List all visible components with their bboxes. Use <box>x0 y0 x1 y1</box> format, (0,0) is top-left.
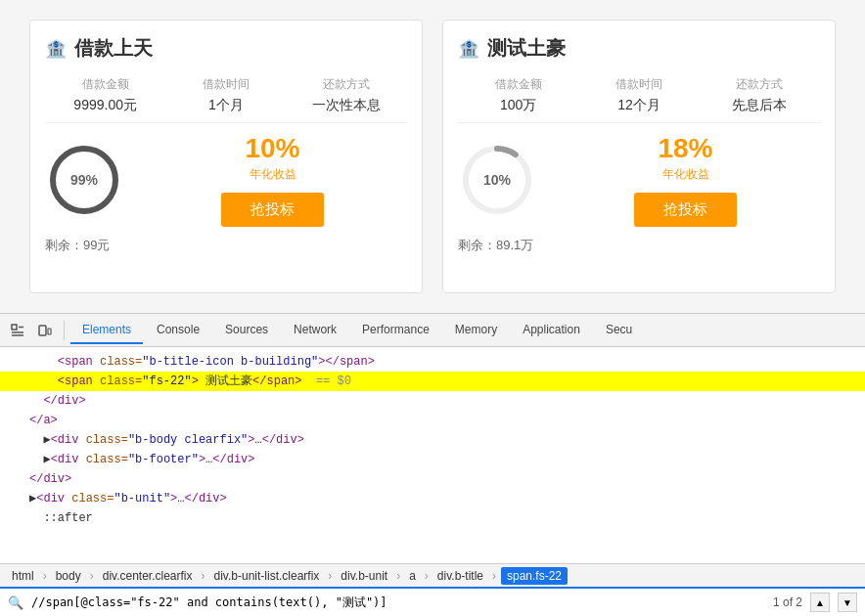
card-2-icon: 🏦 <box>458 38 479 60</box>
tab-security[interactable]: Secu <box>594 317 644 344</box>
device-toggle-btn[interactable] <box>32 318 58 343</box>
tab-sources[interactable]: Sources <box>213 317 280 344</box>
code-line-2-highlighted[interactable]: <span class="fs-22"> 测试土豪</span> == $0 <box>0 372 865 391</box>
tab-memory[interactable]: Memory <box>443 317 509 344</box>
search-prev-btn[interactable]: ▲ <box>810 593 830 612</box>
card-2-circle: 10% <box>458 141 536 219</box>
code-line-1: <span class="b-title-icon b-building"></… <box>0 352 865 372</box>
card-2-body: 10% 18% 年化收益 抢投标 <box>458 133 820 227</box>
card-2-rate: 18% <box>658 133 712 164</box>
tab-network[interactable]: Network <box>282 317 348 344</box>
card-2-footer: 剩余：89.1万 <box>458 237 820 254</box>
svg-rect-9 <box>48 329 51 334</box>
card-2-right: 18% 年化收益 抢投标 <box>551 133 820 227</box>
card-1-right: 10% 年化收益 抢投标 <box>138 133 407 227</box>
tab-application[interactable]: Application <box>511 317 592 344</box>
card-1-meta: 借款金额 9999.00元 借款时间 1个月 还款方式 一次性本息 <box>45 76 407 123</box>
card-2-rate-label: 年化收益 <box>662 166 709 183</box>
card-2-meta-duration: 借款时间 12个月 <box>578 76 699 114</box>
breadcrumb-div-center[interactable]: div.center.clearfix <box>99 567 197 585</box>
breadcrumb-div-b-unit-list[interactable]: div.b-unit-list.clearfix <box>210 567 324 585</box>
card-1-rate-label: 年化收益 <box>250 166 296 183</box>
tab-console[interactable]: Console <box>145 317 211 344</box>
breadcrumb-div-b-title[interactable]: div.b-title <box>433 567 487 585</box>
svg-rect-8 <box>39 326 46 335</box>
search-input[interactable] <box>31 595 765 609</box>
card-1-footer: 剩余：99元 <box>45 237 407 254</box>
code-line-7: </div> <box>0 469 865 489</box>
code-line-3: </div> <box>0 391 865 411</box>
devtools-panel: Elements Console Sources Network Perform… <box>0 313 865 616</box>
devtools-breadcrumb: html › body › div.center.clearfix › div.… <box>0 563 865 587</box>
breadcrumb-div-b-unit[interactable]: div.b-unit <box>337 567 391 585</box>
card-2-meta-amount: 借款金额 100万 <box>458 76 578 114</box>
card-2-invest-btn[interactable]: 抢投标 <box>634 193 737 227</box>
card-2-title-text: 测试土豪 <box>487 35 566 62</box>
card-1-circle: 99% <box>45 141 123 219</box>
code-line-5: ▶<div class="b-body clearfix">…</div> <box>0 430 865 450</box>
card-2: 🏦 测试土豪 借款金额 100万 借款时间 12个月 还款方式 先息后本 <box>442 20 836 293</box>
card-2-title: 🏦 测试土豪 <box>458 35 820 62</box>
card-1-meta-amount: 借款金额 9999.00元 <box>45 76 165 114</box>
card-1-circle-text: 99% <box>70 172 98 188</box>
tab-elements[interactable]: Elements <box>70 317 143 344</box>
card-1-meta-duration: 借款时间 1个月 <box>165 76 286 114</box>
page-area: 🏦 借款上天 借款金额 9999.00元 借款时间 1个月 还款方式 一次性本息 <box>0 0 865 313</box>
card-1-body: 99% 10% 年化收益 抢投标 <box>45 133 407 227</box>
card-2-circle-text: 10% <box>483 172 511 188</box>
toolbar-divider <box>64 321 65 340</box>
svg-rect-4 <box>12 325 17 330</box>
search-icon: 🔍 <box>8 595 23 610</box>
card-1-meta-repay: 还款方式 一次性本息 <box>287 76 407 114</box>
card-1-invest-btn[interactable]: 抢投标 <box>221 193 324 227</box>
devtools-content: <span class="b-title-icon b-building"></… <box>0 347 865 563</box>
breadcrumb-html[interactable]: html <box>8 567 38 585</box>
code-line-4: </a> <box>0 411 865 430</box>
code-line-9: ::after <box>0 508 865 528</box>
card-1: 🏦 借款上天 借款金额 9999.00元 借款时间 1个月 还款方式 一次性本息 <box>29 20 423 293</box>
card-2-meta: 借款金额 100万 借款时间 12个月 还款方式 先息后本 <box>458 76 820 123</box>
search-result-count: 1 of 2 <box>773 595 802 609</box>
card-1-rate: 10% <box>245 133 299 164</box>
search-bar: 🔍 1 of 2 ▲ ▼ <box>0 587 865 616</box>
breadcrumb-a[interactable]: a <box>405 567 420 585</box>
devtools-toolbar: Elements Console Sources Network Perform… <box>0 314 865 347</box>
code-line-8: ▶<div class="b-unit">…</div> <box>0 489 865 508</box>
card-2-meta-repay: 还款方式 先息后本 <box>700 76 820 114</box>
card-1-title-text: 借款上天 <box>74 35 153 62</box>
card-1-title: 🏦 借款上天 <box>45 35 407 62</box>
breadcrumb-span-fs22[interactable]: span.fs-22 <box>501 567 568 585</box>
tab-performance[interactable]: Performance <box>350 317 441 344</box>
search-next-btn[interactable]: ▼ <box>838 593 857 612</box>
breadcrumb-body[interactable]: body <box>52 567 85 585</box>
card-1-icon: 🏦 <box>45 38 67 60</box>
code-line-6: ▶<div class="b-footer">…</div> <box>0 450 865 469</box>
inspect-element-btn[interactable] <box>5 318 30 343</box>
